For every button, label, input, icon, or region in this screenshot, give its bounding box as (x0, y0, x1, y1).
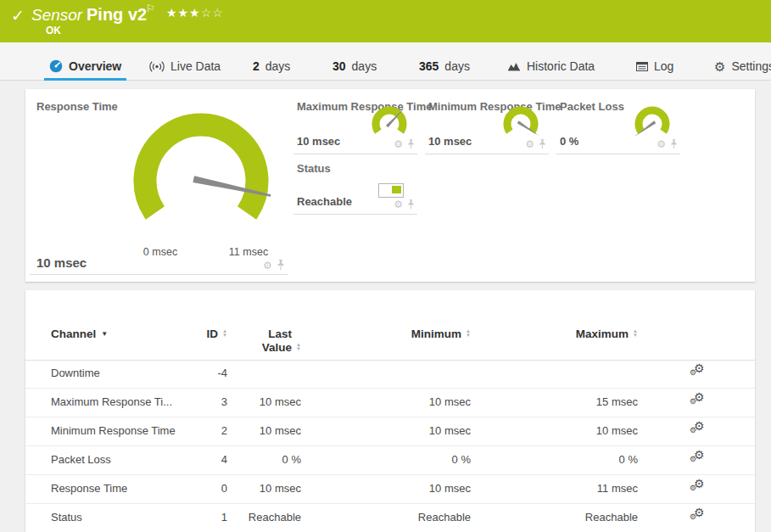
mini-gauge-actions: ⚙ (656, 139, 678, 149)
pin-icon[interactable] (407, 139, 415, 149)
channel-id: 2 (187, 417, 227, 445)
channel-settings-gears-icon[interactable]: ⚙⚙ (690, 360, 707, 388)
channel-minimum: Reachable (301, 504, 471, 532)
stars-filled[interactable]: ★★★ (166, 6, 201, 20)
channel-maximum: 10 msec (471, 417, 638, 445)
table-row-response-time: Response Time 0 10 msec 10 msec 11 msec … (25, 475, 755, 504)
stars-empty[interactable]: ☆☆ (201, 6, 224, 20)
tab-settings-label: Settings (731, 59, 771, 73)
mini-status-value: Reachable (297, 195, 352, 208)
channel-name[interactable]: Minimum Response Time (51, 417, 187, 445)
tab-365-days[interactable]: 365 days (414, 53, 475, 80)
tab-30-days[interactable]: 30 days (327, 53, 382, 80)
pin-icon[interactable] (670, 139, 678, 149)
sensor-title[interactable]: Ping v2 (87, 5, 147, 25)
channel-maximum: 15 msec (471, 389, 638, 417)
channel-gear-icon[interactable]: ⚙ (263, 260, 272, 271)
channel-minimum: 10 msec (301, 475, 471, 503)
panel-divider (30, 274, 288, 275)
channel-minimum: 10 msec (301, 417, 471, 445)
column-header-id-label: ID (207, 328, 219, 341)
tab-365-days-label: days (444, 59, 470, 73)
active-tab-underline (44, 78, 126, 81)
tab-30-days-number: 30 (332, 59, 346, 73)
mini-panel-max-response-time: Maximum Response Time 10 msec ⚙ (293, 98, 417, 154)
table-body: Downtime -4 ⚙⚙ Maximum Response Ti... 3 … (25, 360, 755, 532)
channel-table-panel: Channel ▼ ID ▲▼ Last Value ▲▼ Minimum ▲▼… (25, 290, 755, 532)
tab-live-data[interactable]: Live Data (144, 53, 226, 80)
table-row-minimum-response-time: Minimum Response Time 2 10 msec 10 msec … (25, 417, 755, 446)
channel-minimum: 0 % (301, 446, 471, 474)
mini-gauge-value: 10 msec (428, 135, 472, 148)
channel-settings-gears-icon[interactable]: ⚙⚙ (690, 446, 707, 474)
column-header-last-value[interactable]: Last Value ▲▼ (227, 328, 301, 360)
mini-panel-status: Status Reachable ⚙ (293, 160, 417, 215)
channel-last-value: Reachable (227, 504, 301, 532)
status-ok-check-icon: ✓ (11, 6, 25, 25)
sensor-status-text: OK (46, 25, 61, 36)
channel-name[interactable]: Downtime (51, 360, 187, 388)
channel-id: 0 (187, 475, 227, 503)
historic-chart-icon (507, 61, 521, 71)
channel-id: 3 (187, 389, 227, 417)
tab-2-days[interactable]: 2 days (248, 53, 295, 80)
column-header-channel[interactable]: Channel ▼ (51, 328, 187, 360)
channel-last-value: 10 msec (227, 417, 301, 445)
pin-icon[interactable] (277, 260, 285, 271)
primary-gauge-value: 10 msec (36, 255, 87, 270)
table-row-status: Status 1 Reachable Reachable Reachable ⚙… (25, 504, 755, 532)
channel-settings-gears-icon[interactable]: ⚙⚙ (690, 475, 707, 503)
channel-id: 4 (187, 446, 227, 474)
primary-gauge-actions: ⚙ (263, 260, 285, 271)
gauge-icon (49, 59, 63, 73)
channel-name[interactable]: Response Time (51, 475, 187, 503)
channel-minimum (301, 360, 471, 388)
channel-name[interactable]: Maximum Response Ti... (51, 389, 187, 417)
channel-name[interactable]: Status (51, 504, 187, 532)
channel-last-value: 0 % (227, 446, 301, 474)
tab-log-label: Log (654, 59, 673, 73)
tab-historic-data-label: Historic Data (527, 59, 595, 73)
mini-gauge-title: Packet Loss (560, 100, 624, 113)
channel-settings-gears-icon[interactable]: ⚙⚙ (690, 504, 707, 532)
mini-panel-min-response-time: Minimum Response Time 10 msec ⚙ (425, 98, 549, 154)
sensor-header: ✓ Sensor Ping v2 ⚐ ★★★☆☆ OK (0, 0, 771, 42)
tab-historic-data[interactable]: Historic Data (502, 53, 600, 80)
channel-gear-icon[interactable]: ⚙ (394, 139, 403, 149)
channel-maximum: 11 msec (471, 475, 638, 503)
column-header-id[interactable]: ID ▲▼ (187, 328, 227, 360)
channel-name[interactable]: Packet Loss (51, 446, 187, 474)
channel-maximum: Reachable (471, 504, 638, 532)
channel-maximum (471, 360, 638, 388)
channel-gear-icon[interactable]: ⚙ (394, 199, 403, 210)
mini-panel-packet-loss: Packet Loss 0 % ⚙ (556, 98, 680, 154)
live-broadcast-icon (149, 61, 165, 72)
column-header-maximum[interactable]: Maximum ▲▼ (471, 328, 638, 360)
channel-maximum: 0 % (471, 446, 638, 474)
channel-gear-icon[interactable]: ⚙ (656, 139, 666, 149)
gauge-scale-min: 0 msec (131, 246, 190, 258)
status-toggle-on-knob (392, 186, 401, 193)
primary-gauge-title: Response Time (36, 100, 118, 113)
table-row-downtime: Downtime -4 ⚙⚙ (25, 360, 755, 389)
pin-icon[interactable] (539, 139, 546, 149)
mini-status-actions: ⚙ (394, 199, 415, 210)
tab-settings[interactable]: ⚙ Settings (709, 53, 771, 80)
column-header-channel-label: Channel (51, 328, 96, 341)
response-time-gauge (116, 104, 286, 244)
flag-icon[interactable]: ⚐ (146, 3, 155, 14)
channel-settings-gears-icon[interactable]: ⚙⚙ (690, 389, 707, 417)
tab-bar: Overview Live Data 2 days 30 days 365 da… (0, 42, 771, 81)
column-header-minimum-label: Minimum (411, 328, 461, 341)
mini-gauge-value: 10 msec (297, 135, 340, 148)
tab-overview[interactable]: Overview (44, 53, 126, 80)
channel-gear-icon[interactable]: ⚙ (525, 139, 534, 149)
priority-stars[interactable]: ★★★☆☆ (166, 6, 224, 20)
pin-icon[interactable] (407, 199, 415, 210)
gauge-scale-max: 11 msec (219, 246, 278, 258)
tab-live-data-label: Live Data (170, 59, 221, 73)
tab-log[interactable]: Log (631, 53, 679, 80)
tab-365-days-number: 365 (419, 59, 439, 73)
column-header-minimum[interactable]: Minimum ▲▼ (301, 328, 471, 360)
channel-settings-gears-icon[interactable]: ⚙⚙ (690, 417, 707, 445)
